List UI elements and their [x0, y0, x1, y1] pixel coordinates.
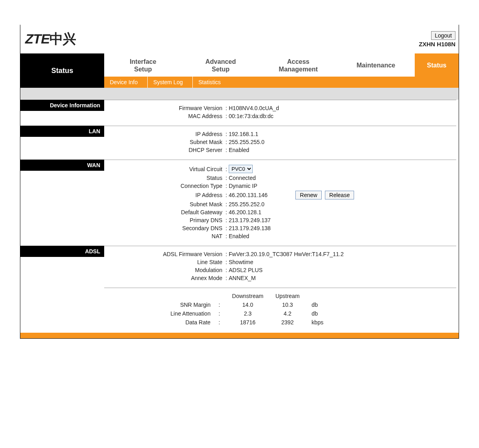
- logout-button[interactable]: Logout: [431, 31, 455, 40]
- adsl-line-label: Line State: [104, 259, 224, 265]
- tab-access-management[interactable]: Access Management: [259, 53, 337, 77]
- virtual-circuit-select[interactable]: PVC0: [229, 165, 253, 173]
- adsl-fw-value: FwVer:3.20.19.0_TC3087 HwVer:T14.F7_11.2: [229, 251, 459, 257]
- wan-dns2-label: Secondary DNS: [104, 225, 224, 231]
- attenuation-unit: db: [306, 310, 329, 318]
- firmware-version-value: H108NV4.0.0cUA_d: [229, 105, 459, 111]
- main-tabs: Status Interface Setup Advanced Setup Ac…: [20, 53, 459, 88]
- snr-downstream: 14.0: [226, 301, 269, 309]
- wan-gw-value: 46.200.128.1: [229, 209, 459, 215]
- wan-nat-value: Enabled: [229, 233, 459, 239]
- data-rate-label: Data Rate: [165, 318, 212, 326]
- section-adsl-title: ADSL: [20, 246, 104, 257]
- lan-dhcp-value: Enabled: [229, 147, 459, 153]
- adsl-annex-value: ANNEX_M: [229, 275, 459, 281]
- attenuation-upstream: 4.2: [270, 310, 305, 318]
- subnav-device-info[interactable]: Device Info: [104, 77, 148, 88]
- section-lan-title: LAN: [20, 126, 104, 137]
- footer-bar: [20, 333, 459, 338]
- tab-maintenance[interactable]: Maintenance: [337, 53, 415, 77]
- release-button[interactable]: Release: [325, 191, 354, 199]
- header-right: Logout ZXHN H108N: [419, 31, 455, 47]
- col-upstream: Upstream: [270, 292, 305, 300]
- tab-interface-setup[interactable]: Interface Setup: [104, 53, 182, 77]
- snr-upstream: 10.3: [270, 301, 305, 309]
- wan-dns1-value: 213.179.249.137: [229, 217, 459, 223]
- adsl-fw-label: ADSL Firmware Version: [104, 251, 224, 257]
- attenuation-label: Line Attenuation: [165, 310, 212, 318]
- lan-dhcp-label: DHCP Server: [104, 147, 224, 153]
- wan-ip-value: 46.200.131.146: [229, 192, 267, 198]
- wan-conn-type-label: Connection Type: [104, 183, 224, 189]
- attenuation-downstream: 2.3: [226, 310, 269, 318]
- renew-button[interactable]: Renew: [295, 191, 322, 199]
- wan-status-value: Connected: [229, 175, 459, 181]
- section-device-info-title: Device Information: [20, 100, 104, 111]
- zte-logo: ZTE中兴: [24, 30, 76, 48]
- mac-address-value: 00:1e:73:da:db:dc: [229, 113, 459, 119]
- adsl-annex-label: Annex Mode: [104, 275, 224, 281]
- data-rate-downstream: 18716: [226, 318, 269, 326]
- tab-status-active[interactable]: Status: [415, 53, 459, 77]
- wan-gw-label: Default Gateway: [104, 209, 224, 215]
- wan-dns2-value: 213.179.249.138: [229, 225, 459, 231]
- wan-dns1-label: Primary DNS: [104, 217, 224, 223]
- header: ZTE中兴 Logout ZXHN H108N: [20, 25, 459, 53]
- wan-nat-label: NAT: [104, 233, 224, 239]
- adsl-stats-table: Downstream Upstream SNR Margin : 14.0 10…: [164, 291, 330, 327]
- tab-advanced-setup[interactable]: Advanced Setup: [182, 53, 260, 77]
- lan-mask-value: 255.255.255.0: [229, 139, 459, 145]
- col-downstream: Downstream: [226, 292, 269, 300]
- subnav-statistics[interactable]: Statistics: [193, 77, 230, 88]
- snr-label: SNR Margin: [165, 301, 212, 309]
- data-rate-upstream: 2392: [270, 318, 305, 326]
- adsl-line-value: Showtime: [229, 259, 459, 265]
- logo-latin: ZTE: [25, 31, 49, 46]
- wan-mask-label: Subnet Mask: [104, 201, 224, 207]
- logo-cn: 中兴: [49, 31, 76, 46]
- firmware-version-label: Firmware Version: [104, 105, 224, 111]
- wan-ip-label: IP Address: [104, 192, 224, 198]
- subnav-system-log[interactable]: System Log: [148, 77, 193, 88]
- device-model: ZXHN H108N: [419, 41, 455, 47]
- lan-ip-label: IP Address: [104, 131, 224, 137]
- subnav: Device Info System Log Statistics: [104, 77, 459, 88]
- adsl-mod-value: ADSL2 PLUS: [229, 267, 459, 273]
- wan-mask-value: 255.255.252.0: [229, 201, 459, 207]
- active-section-title: Status: [20, 53, 104, 88]
- data-rate-unit: kbps: [306, 318, 329, 326]
- lan-ip-value: 192.168.1.1: [229, 131, 459, 137]
- section-wan-title: WAN: [20, 160, 104, 171]
- mac-address-label: MAC Address: [104, 113, 224, 119]
- wan-vc-label: Virtual Circuit: [104, 166, 224, 172]
- lan-mask-label: Subnet Mask: [104, 139, 224, 145]
- adsl-mod-label: Modulation: [104, 267, 224, 273]
- wan-status-label: Status: [104, 175, 224, 181]
- snr-unit: db: [306, 301, 329, 309]
- wan-conn-type-value: Dynamic IP: [229, 183, 459, 189]
